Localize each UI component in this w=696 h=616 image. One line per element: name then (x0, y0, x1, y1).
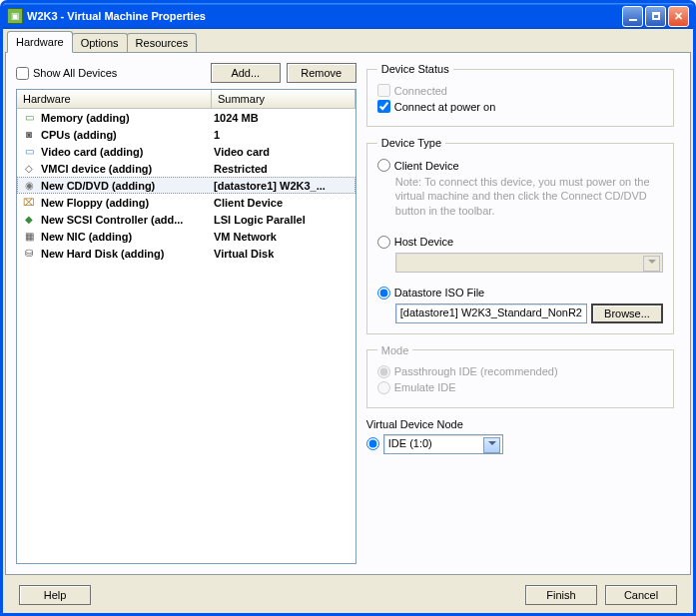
cancel-button[interactable]: Cancel (605, 585, 677, 605)
nic-icon: ▦ (21, 230, 37, 244)
connected-checkbox (377, 84, 390, 97)
connect-at-poweron-label: Connect at power on (394, 101, 496, 113)
tab-hardware[interactable]: Hardware (7, 31, 73, 53)
hardware-row[interactable]: ◉New CD/DVD (adding)[datastore1] W2K3_..… (17, 177, 355, 194)
app-icon: ▣ (7, 8, 23, 24)
hardware-summary: 1024 MB (212, 112, 355, 124)
window-title: W2K3 - Virtual Machine Properties (27, 10, 622, 22)
hardware-summary: 1 (212, 129, 355, 141)
minimize-button[interactable] (622, 6, 643, 27)
tab-resources[interactable]: Resources (127, 33, 198, 52)
device-status-group: Device Status Connected Connect at power… (366, 63, 674, 127)
hardware-summary: LSI Logic Parallel (212, 214, 355, 226)
device-status-legend: Device Status (377, 63, 453, 75)
client-device-radio[interactable] (377, 159, 390, 172)
hardware-summary: VM Network (212, 231, 355, 243)
datastore-iso-label: Datastore ISO File (394, 287, 484, 299)
show-all-devices-label: Show All Devices (33, 67, 117, 79)
hardware-name: New Floppy (adding) (41, 197, 212, 209)
floppy-icon: ⌧ (21, 196, 37, 210)
hardware-row[interactable]: ▭Video card (adding)Video card (17, 143, 355, 160)
video-icon: ▭ (21, 145, 37, 159)
scsi-icon: ◆ (21, 213, 37, 227)
datastore-iso-path[interactable]: [datastore1] W2K3_Standard_NonR2 (395, 304, 587, 323)
hardware-name: New NIC (adding) (41, 231, 212, 243)
virtual-device-node-radio[interactable] (366, 437, 379, 450)
device-type-group: Device Type Client Device Note: To conne… (366, 137, 674, 334)
host-device-radio[interactable] (377, 236, 390, 249)
hardware-summary: Restricted (212, 163, 355, 175)
hardware-row[interactable]: ⛁New Hard Disk (adding)Virtual Disk (17, 245, 355, 262)
cd-icon: ◉ (21, 179, 37, 193)
show-all-devices-checkbox[interactable]: Show All Devices (16, 67, 211, 80)
hardware-summary: Virtual Disk (212, 248, 355, 260)
finish-button[interactable]: Finish (525, 585, 597, 605)
hardware-name: New CD/DVD (adding) (41, 180, 212, 192)
column-header-summary[interactable]: Summary (212, 90, 355, 108)
emulate-label: Emulate IDE (394, 381, 456, 393)
client-device-note: Note: To connect this device, you must p… (395, 175, 663, 218)
passthrough-label: Passthrough IDE (recommended) (394, 365, 558, 377)
disk-icon: ⛁ (21, 247, 37, 261)
hardware-summary: Video card (212, 146, 355, 158)
hardware-row[interactable]: ◇VMCI device (adding)Restricted (17, 160, 355, 177)
connect-at-poweron-checkbox[interactable] (377, 100, 390, 113)
host-device-combo (395, 253, 663, 273)
host-device-label: Host Device (394, 236, 453, 248)
hardware-name: Video card (adding) (41, 146, 212, 158)
hardware-name: CPUs (adding) (41, 129, 212, 141)
hardware-name: Memory (adding) (41, 112, 212, 124)
close-button[interactable]: ✕ (668, 6, 689, 27)
emulate-radio (377, 381, 390, 394)
hardware-row[interactable]: ◆New SCSI Controller (add...LSI Logic Pa… (17, 211, 355, 228)
client-device-label: Client Device (394, 160, 459, 172)
hardware-row[interactable]: ◙CPUs (adding)1 (17, 126, 355, 143)
hardware-table: Hardware Summary ▭Memory (adding)1024 MB… (16, 89, 356, 564)
virtual-device-node-label: Virtual Device Node (366, 418, 674, 430)
memory-icon: ▭ (21, 111, 37, 125)
connected-label: Connected (394, 85, 447, 97)
datastore-iso-radio[interactable] (377, 287, 390, 300)
hardware-summary: Client Device (212, 197, 355, 209)
tab-options[interactable]: Options (72, 33, 128, 52)
hardware-summary: [datastore1] W2K3_... (212, 180, 355, 192)
vmci-icon: ◇ (21, 162, 37, 176)
hardware-name: New Hard Disk (adding) (41, 248, 212, 260)
add-button[interactable]: Add... (211, 63, 281, 83)
passthrough-radio (377, 365, 390, 378)
hardware-row[interactable]: ⌧New Floppy (adding)Client Device (17, 194, 355, 211)
cpu-icon: ◙ (21, 128, 37, 142)
remove-button[interactable]: Remove (287, 63, 356, 83)
virtual-device-node-combo[interactable]: IDE (1:0) (383, 434, 503, 454)
device-type-legend: Device Type (377, 137, 445, 149)
column-header-hardware[interactable]: Hardware (17, 90, 212, 108)
maximize-button[interactable] (645, 6, 666, 27)
hardware-name: New SCSI Controller (add... (41, 214, 212, 226)
mode-legend: Mode (377, 344, 413, 356)
hardware-name: VMCI device (adding) (41, 163, 212, 175)
hardware-row[interactable]: ▦New NIC (adding)VM Network (17, 228, 355, 245)
help-button[interactable]: Help (19, 585, 91, 605)
mode-group: Mode Passthrough IDE (recommended) Emula… (366, 344, 674, 408)
hardware-row[interactable]: ▭Memory (adding)1024 MB (17, 109, 355, 126)
browse-button[interactable]: Browse... (591, 304, 663, 323)
